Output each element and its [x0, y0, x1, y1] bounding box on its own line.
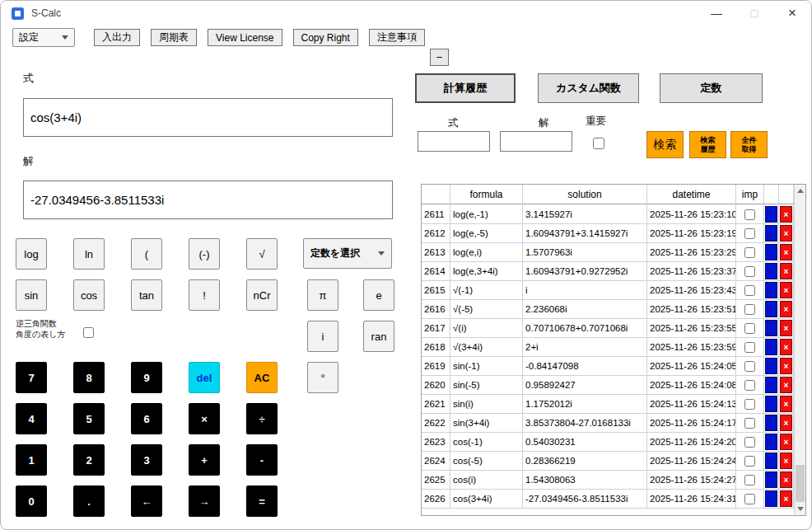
row-edit-button[interactable]: [765, 358, 777, 374]
row-edit-button[interactable]: [765, 434, 777, 450]
imp-checkbox[interactable]: [744, 209, 755, 220]
imp-checkbox[interactable]: [744, 228, 755, 239]
search-formula-input[interactable]: [418, 131, 490, 152]
imp-checkbox[interactable]: [744, 494, 755, 504]
key-3[interactable]: 3: [131, 444, 162, 476]
row-delete-button[interactable]: ×: [780, 415, 792, 431]
tab-custom-functions[interactable]: カスタム関数: [538, 73, 639, 103]
menu-button-input-output[interactable]: 入出力: [94, 29, 140, 46]
func-button-imaginary-unit[interactable]: i: [307, 321, 338, 352]
key-divide[interactable]: ÷: [246, 403, 278, 434]
imp-checkbox[interactable]: [744, 323, 755, 334]
row-delete-button[interactable]: ×: [780, 490, 792, 507]
row-edit-button[interactable]: [765, 453, 777, 469]
menu-button-periodic-table[interactable]: 周期表: [151, 29, 197, 46]
func-button-pi[interactable]: π: [307, 279, 338, 311]
key-arrow-right[interactable]: →: [189, 485, 220, 517]
row-delete-button[interactable]: ×: [780, 434, 792, 450]
minimize-button[interactable]: —: [698, 1, 735, 26]
func-button-negate[interactable]: (-): [189, 238, 220, 270]
row-delete-button[interactable]: ×: [780, 225, 792, 242]
imp-checkbox[interactable]: [744, 361, 755, 372]
row-delete-button[interactable]: ×: [780, 263, 792, 279]
row-edit-button[interactable]: [765, 377, 777, 393]
row-delete-button[interactable]: ×: [780, 320, 792, 336]
func-button-sin[interactable]: sin: [16, 279, 47, 311]
vertical-scrollbar[interactable]: [794, 185, 805, 515]
row-edit-button[interactable]: [765, 320, 777, 336]
imp-checkbox[interactable]: [744, 342, 755, 353]
maximize-button[interactable]: □: [735, 1, 773, 26]
constant-select[interactable]: 定数を選択: [303, 238, 392, 269]
inverse-trig-checkbox[interactable]: [83, 327, 94, 338]
row-edit-button[interactable]: [765, 225, 777, 242]
key-9[interactable]: 9: [131, 362, 162, 393]
func-button-open-paren[interactable]: (: [131, 238, 162, 270]
imp-checkbox[interactable]: [744, 285, 755, 296]
scrollbar-thumb[interactable]: [796, 465, 805, 502]
row-edit-button[interactable]: [765, 282, 777, 298]
row-delete-button[interactable]: ×: [780, 244, 792, 260]
row-delete-button[interactable]: ×: [780, 377, 792, 393]
func-button-euler-number[interactable]: e: [363, 279, 394, 311]
formula-input[interactable]: [23, 98, 393, 137]
key-8[interactable]: 8: [73, 362, 105, 393]
important-checkbox[interactable]: [593, 138, 604, 149]
key-0[interactable]: 0: [16, 485, 47, 517]
imp-checkbox[interactable]: [744, 418, 755, 429]
func-button-random[interactable]: ran: [363, 321, 394, 352]
key-equals[interactable]: =: [246, 485, 278, 517]
menu-button-view-license[interactable]: View License: [208, 29, 282, 46]
key-decimal[interactable]: .: [73, 485, 105, 517]
row-delete-button[interactable]: ×: [780, 358, 792, 374]
key-add[interactable]: +: [189, 444, 220, 476]
search-solution-input[interactable]: [500, 131, 572, 152]
imp-checkbox[interactable]: [744, 304, 755, 315]
scroll-down-icon[interactable]: [795, 503, 805, 515]
search-button[interactable]: 検索: [646, 131, 684, 158]
row-delete-button[interactable]: ×: [780, 396, 792, 412]
key-6[interactable]: 6: [131, 403, 162, 434]
key-1[interactable]: 1: [16, 444, 47, 476]
close-button[interactable]: ×: [773, 1, 811, 26]
imp-checkbox[interactable]: [744, 456, 755, 467]
imp-checkbox[interactable]: [744, 266, 755, 277]
row-edit-button[interactable]: [765, 490, 777, 507]
row-edit-button[interactable]: [765, 415, 777, 431]
imp-checkbox[interactable]: [744, 399, 755, 410]
func-button-log[interactable]: log: [16, 238, 47, 270]
func-button-ncr[interactable]: nCr: [246, 279, 278, 311]
row-delete-button[interactable]: ×: [780, 301, 792, 317]
settings-select[interactable]: 設定: [12, 28, 75, 47]
tab-constants[interactable]: 定数: [660, 73, 763, 103]
get-all-button[interactable]: 全件 取得: [730, 131, 768, 158]
row-delete-button[interactable]: ×: [780, 339, 792, 355]
func-button-degree[interactable]: °: [307, 362, 338, 393]
menu-button-copy-right[interactable]: Copy Right: [293, 29, 358, 46]
row-edit-button[interactable]: [765, 471, 777, 488]
tab-calculation-history[interactable]: 計算履歴: [415, 73, 516, 103]
search-history-button[interactable]: 検索 履歴: [689, 131, 726, 158]
row-edit-button[interactable]: [765, 244, 777, 260]
row-edit-button[interactable]: [765, 396, 777, 412]
row-delete-button[interactable]: ×: [780, 282, 792, 298]
func-button-factorial[interactable]: !: [189, 279, 220, 311]
scroll-up-icon[interactable]: [795, 185, 805, 197]
collapse-button[interactable]: −: [430, 49, 449, 66]
imp-checkbox[interactable]: [744, 475, 755, 485]
key-all-clear[interactable]: AC: [246, 362, 278, 393]
row-delete-button[interactable]: ×: [780, 453, 792, 469]
key-delete[interactable]: del: [189, 362, 220, 393]
key-7[interactable]: 7: [16, 362, 47, 393]
key-multiply[interactable]: ×: [189, 403, 220, 434]
row-edit-button[interactable]: [765, 206, 777, 223]
key-2[interactable]: 2: [73, 444, 105, 476]
key-5[interactable]: 5: [73, 403, 105, 434]
solution-output[interactable]: [23, 181, 393, 219]
func-button-ln[interactable]: ln: [73, 238, 105, 270]
func-button-cos[interactable]: cos: [73, 279, 105, 311]
key-4[interactable]: 4: [16, 403, 47, 434]
row-edit-button[interactable]: [765, 339, 777, 355]
row-delete-button[interactable]: ×: [780, 471, 792, 488]
func-button-tan[interactable]: tan: [131, 279, 162, 311]
